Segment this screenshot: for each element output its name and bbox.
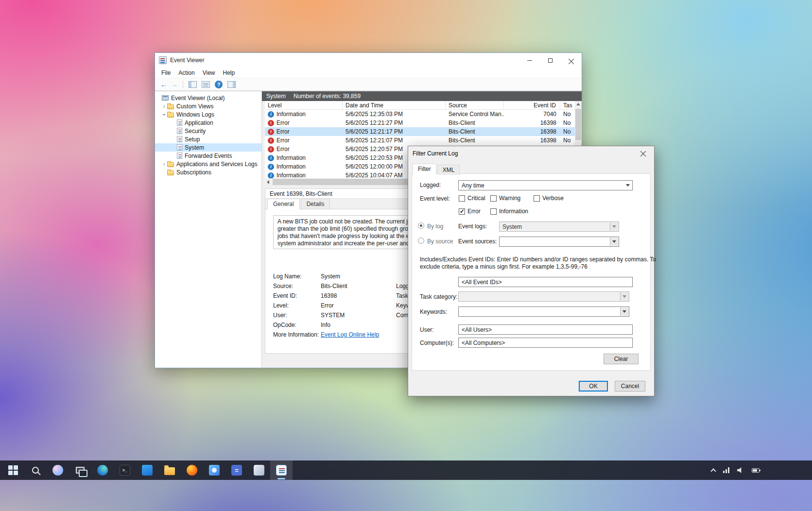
radio-by-log[interactable] [418,222,424,229]
information-icon [268,111,274,118]
column-header-event-id[interactable]: Event ID [504,101,560,109]
hidden-icons-chevron-icon[interactable] [710,468,716,474]
chevron-down-icon[interactable] [161,112,167,118]
error-icon [268,120,274,126]
taskbar-firefox-button[interactable] [181,460,203,480]
network-icon[interactable] [723,467,729,473]
keywords-dropdown[interactable] [458,307,629,317]
taskbar-event-viewer-button[interactable] [270,460,293,480]
start-button[interactable] [2,460,24,480]
battery-icon[interactable] [752,468,760,473]
column-header-level[interactable]: Level [265,101,343,109]
menu-view[interactable]: View [199,68,219,77]
menu-file[interactable]: File [157,68,174,77]
event-logs-dropdown[interactable]: System [499,221,619,232]
dialog-close-button[interactable] [632,146,654,161]
tab-filter[interactable]: Filter [413,164,436,175]
tree-item-windows-logs[interactable]: Windows Logs [155,110,261,119]
information-icon [268,155,274,161]
checkbox-information[interactable]: Information [490,208,528,215]
column-header-source[interactable]: Source [446,101,504,109]
clear-button[interactable]: Clear [604,354,639,364]
event-log-online-help-link[interactable]: Event Log Online Help [321,331,379,338]
event-row[interactable]: Error 5/6/2025 12:21:27 PM Bits-Client 1… [265,119,579,127]
computers-input[interactable]: <All Computers> [458,338,633,348]
tree-item-setup[interactable]: Setup [155,135,261,143]
scrollbar-thumb[interactable] [273,179,418,185]
close-button[interactable] [561,53,582,68]
chevron-right-icon[interactable] [161,161,167,167]
tab-general[interactable]: General [267,199,300,209]
dialog-titlebar[interactable]: Filter Current Log [408,146,654,161]
event-count: Number of events: 39,859 [294,93,361,100]
taskbar-photos-button[interactable] [203,460,225,480]
minimize-button[interactable] [519,53,540,68]
checkbox-icon [490,195,497,202]
event-row[interactable]: Error 5/6/2025 12:21:07 PM Bits-Client 1… [265,136,579,145]
checkbox-error[interactable]: Error [459,208,481,215]
tree-item-subscriptions[interactable]: Subscriptions [155,168,261,176]
volume-icon[interactable] [737,467,744,473]
computers-label: Computer(s): [420,340,454,346]
cancel-button[interactable]: Cancel [615,381,645,392]
chevron-right-icon[interactable] [161,103,167,109]
tab-xml[interactable]: XML [437,165,460,175]
show-action-pane-icon[interactable] [227,81,236,88]
checkbox-icon [490,208,497,215]
back-icon[interactable] [159,80,168,89]
tree-item-security[interactable]: Security [155,127,261,135]
list-header-row: Level Date and Time Source Event ID Tas [265,101,579,110]
menu-action[interactable]: Action [174,68,198,77]
taskbar-paint-button[interactable] [248,460,270,480]
logged-dropdown[interactable]: Any time [458,180,633,190]
scroll-left-icon[interactable] [267,180,269,184]
scrollbar-thumb[interactable] [575,109,581,140]
show-console-tree-icon[interactable] [189,81,197,88]
checkbox-verbose[interactable]: Verbose [534,195,564,202]
logged-label: Logged: [420,182,441,188]
radio-by-source[interactable] [418,238,424,244]
forward-icon[interactable] [170,80,179,89]
taskbar-copilot-button[interactable] [47,460,69,480]
maximize-button[interactable] [540,53,561,68]
event-row-selected[interactable]: Error 5/6/2025 12:21:17 PM Bits-Client 1… [265,127,579,136]
event-row[interactable]: Information 5/6/2025 12:35:03 PM Service… [265,110,579,119]
user-input[interactable]: <All Users> [458,324,633,335]
window-title: Event Viewer [170,57,204,64]
tree-item-application[interactable]: Application [155,119,261,127]
tree-item-custom-views[interactable]: Custom Views [155,102,261,110]
ok-button[interactable]: OK [579,381,608,392]
console-tree: Event Viewer (Local) Custom Views Window… [155,91,262,368]
dialog-title: Filter Current Log [413,150,458,157]
tree-item-forwarded-events[interactable]: Forwarded Events [155,152,261,160]
tree-item-root[interactable]: Event Viewer (Local) [155,94,261,102]
tree-item-applications-services-logs[interactable]: Applications and Services Logs [155,160,261,168]
column-header-date[interactable]: Date and Time [343,101,446,109]
tab-details[interactable]: Details [301,199,330,209]
tree-item-system[interactable]: System [155,143,261,152]
titlebar[interactable]: Event Viewer [155,53,582,68]
taskbar-vscode-button[interactable] [136,460,158,480]
taskbar-search-button[interactable] [24,460,47,480]
taskbar-file-explorer-button[interactable] [158,460,181,480]
menu-help[interactable]: Help [219,68,239,77]
help-icon[interactable]: ? [215,81,223,88]
event-sources-dropdown[interactable] [499,237,619,247]
export-list-icon[interactable] [202,81,210,88]
taskbar-edge-button[interactable] [91,460,114,480]
checkbox-critical[interactable]: Critical [459,195,485,202]
chevron-down-icon [623,181,632,189]
checkbox-checked-icon [459,208,465,215]
taskbar-task-view-button[interactable] [69,460,91,480]
copilot-icon [52,465,63,476]
checkbox-warning[interactable]: Warning [490,195,520,202]
event-logs-label: Event logs: [458,223,487,230]
scroll-up-icon[interactable] [576,103,580,105]
event-ids-input[interactable]: <All Event IDs> [458,277,633,287]
taskbar-terminal-button[interactable] [114,460,136,480]
taskbar-calculator-button[interactable] [225,460,248,480]
chevron-down-icon [610,222,618,231]
folder-icon [167,104,174,109]
task-category-dropdown[interactable] [458,291,629,302]
calculator-icon [231,465,242,476]
